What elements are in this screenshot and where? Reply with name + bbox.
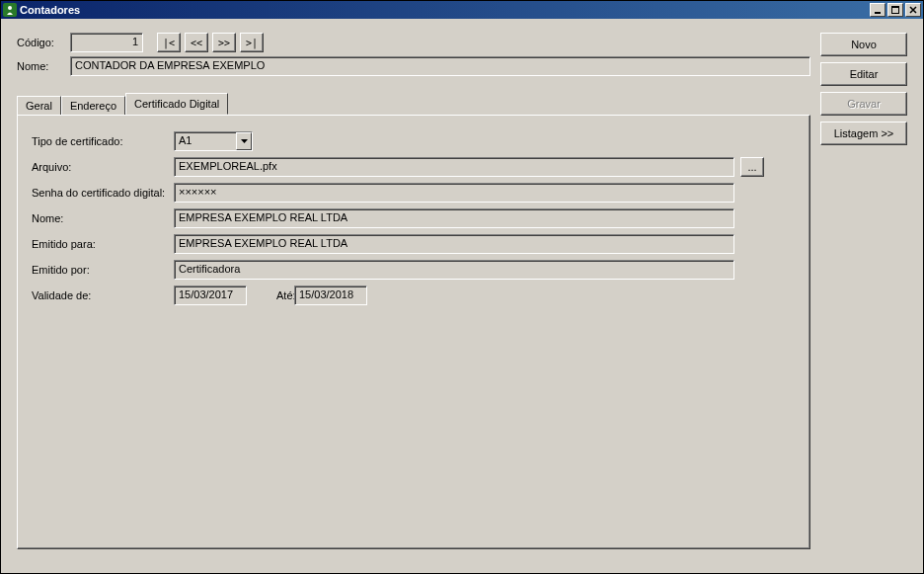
codigo-input[interactable]: 1 [70,33,143,52]
senha-label: Senha do certificado digital: [32,187,174,199]
tab-strip: Geral Endereço Certificado Digital [17,94,810,115]
arquivo-label: Arquivo: [32,161,174,173]
emitido-por-input[interactable]: Certificadora [174,260,734,280]
arquivo-input[interactable]: EXEMPLOREAL.pfx [174,157,734,177]
tipo-cert-label: Tipo de certificado: [32,135,174,147]
nome-cert-input[interactable]: EMPRESA EXEMPLO REAL LTDA [174,208,734,228]
tab-certificado-digital[interactable]: Certificado Digital [125,93,228,115]
nome-label: Nome: [17,60,66,72]
tipo-cert-select[interactable]: A1 [174,131,253,151]
tipo-cert-value: A1 [175,132,236,150]
svg-rect-1 [875,12,881,14]
nome-cert-label: Nome: [32,212,174,224]
window-frame: Contadores Código: 1 |< << >> >| [0,0,924,574]
nav-first-button[interactable]: |< [157,33,181,52]
nav-next-button[interactable]: >> [212,33,236,52]
validade-de-input[interactable]: 15/03/2017 [174,286,247,305]
emitido-por-label: Emitido por: [32,264,174,276]
svg-rect-3 [891,6,899,8]
emitido-para-label: Emitido para: [32,238,174,250]
maximize-button[interactable] [887,3,903,17]
editar-button[interactable]: Editar [820,62,907,86]
tab-panel-certificado: Tipo de certificado: A1 Arquivo: EXEMPLO… [17,115,810,549]
app-icon [3,3,17,17]
senha-input[interactable]: ×××××× [174,183,734,203]
gravar-button[interactable]: Gravar [820,92,907,116]
validade-ate-input[interactable]: 15/03/2018 [294,286,367,305]
validade-de-label: Validade de: [32,289,174,301]
novo-button[interactable]: Novo [820,33,907,56]
nav-prev-button[interactable]: << [185,33,208,52]
tab-endereco[interactable]: Endereço [61,96,125,115]
minimize-button[interactable] [870,3,886,17]
close-button[interactable] [905,3,921,17]
titlebar: Contadores [1,1,923,19]
emitido-para-input[interactable]: EMPRESA EXEMPLO REAL LTDA [174,234,734,254]
ate-label: Até: [247,289,294,301]
nome-input[interactable]: CONTADOR DA EMPRESA EXEMPLO [70,56,810,76]
window-title: Contadores [20,4,80,16]
nav-last-button[interactable]: >| [240,33,264,52]
codigo-label: Código: [17,37,66,48]
svg-point-0 [8,6,12,10]
dropdown-icon [236,132,252,150]
listagem-button[interactable]: Listagem >> [820,122,907,145]
browse-button[interactable]: ... [740,157,764,177]
tab-geral[interactable]: Geral [17,96,61,115]
